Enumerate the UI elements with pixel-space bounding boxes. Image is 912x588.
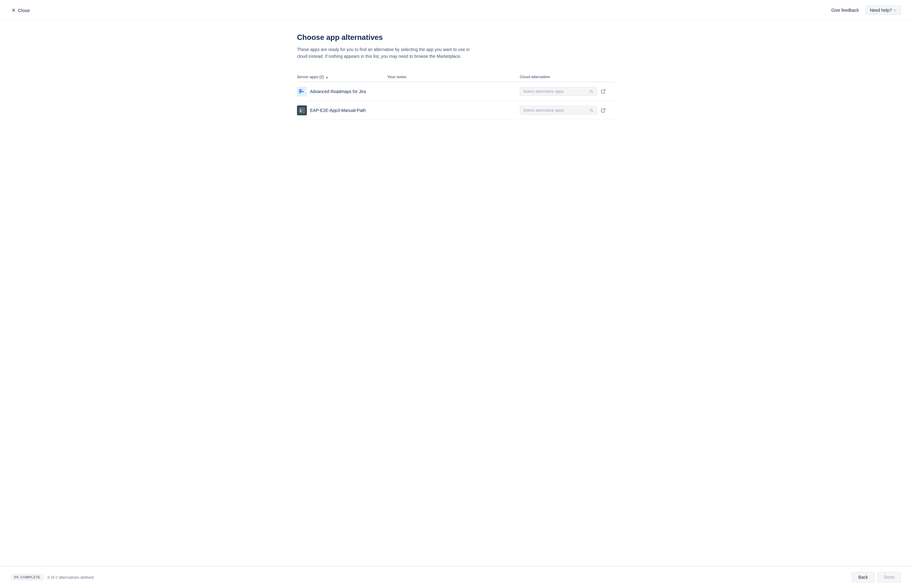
progress-badge: 0% COMPLETE — [11, 574, 43, 580]
search-icon[interactable] — [589, 108, 594, 113]
external-link-button[interactable] — [599, 107, 607, 114]
select-alternative-input[interactable]: Select alternative apps — [520, 87, 597, 96]
footer: 0% COMPLETE 0 of 2 alternatives defined … — [0, 566, 912, 588]
header-actions: Give feedback Need help? — [828, 6, 901, 15]
page-description: These apps are ready for you to find an … — [297, 46, 476, 60]
page-title: Choose app alternatives — [297, 33, 615, 42]
app-name-wrapper: Advanced Roadmaps for Jira — [297, 87, 380, 97]
eap-svg: E — [298, 106, 306, 115]
roadmaps-svg — [298, 87, 306, 96]
col-your-notes: Your notes — [384, 72, 516, 82]
svg-point-6 — [590, 90, 592, 92]
svg-line-7 — [592, 92, 593, 94]
cloud-alternative-cell: Select alternative apps — [516, 82, 615, 101]
table-row: E EAP-E2E-App3-Manual-PathSelect alterna… — [297, 101, 615, 120]
app-name-text: EAP-E2E-App3-Manual-Path — [310, 108, 366, 113]
table-row: Advanced Roadmaps for JiraSelect alterna… — [297, 82, 615, 101]
header: Close Give feedback Need help? — [0, 0, 912, 21]
app-name-text: Advanced Roadmaps for Jira — [310, 89, 366, 94]
progress-text: 0 of 2 alternatives defined — [48, 575, 94, 580]
svg-text:E: E — [300, 109, 302, 113]
footer-left: 0% COMPLETE 0 of 2 alternatives defined — [11, 574, 94, 580]
col-server-apps[interactable]: Server apps (2) ▲ — [297, 72, 384, 82]
select-alternative-input[interactable]: Select alternative apps — [520, 106, 597, 115]
select-placeholder: Select alternative apps — [523, 89, 588, 94]
apps-table: Server apps (2) ▲ Your notes Cloud alter… — [297, 72, 615, 120]
app-name-cell: E EAP-E2E-App3-Manual-Path — [297, 101, 384, 120]
sort-icon: ▲ — [326, 76, 329, 79]
svg-point-11 — [590, 109, 592, 111]
svg-rect-3 — [299, 91, 304, 92]
app-icon: E — [297, 105, 307, 115]
back-button[interactable]: Back — [852, 572, 874, 582]
svg-line-8 — [603, 90, 605, 92]
table-header: Server apps (2) ▲ Your notes Cloud alter… — [297, 72, 615, 82]
app-name-wrapper: E EAP-E2E-App3-Manual-Path — [297, 105, 380, 115]
footer-right: Back Done — [852, 572, 901, 582]
close-button[interactable]: Close — [11, 8, 30, 13]
select-alternative-wrapper: Select alternative apps — [520, 87, 611, 96]
need-help-button[interactable]: Need help? — [866, 6, 901, 15]
main-content: Choose app alternatives These apps are r… — [286, 21, 626, 588]
search-icon[interactable] — [589, 89, 594, 94]
col-cloud-alternative: Cloud alternative — [516, 72, 615, 82]
app-icon — [297, 87, 307, 97]
external-link-button[interactable] — [599, 88, 607, 95]
notes-cell — [384, 101, 516, 120]
notes-cell — [384, 82, 516, 101]
select-placeholder: Select alternative apps — [523, 108, 588, 113]
select-alternative-wrapper: Select alternative apps — [520, 106, 611, 115]
close-icon — [11, 8, 16, 13]
svg-line-13 — [603, 108, 605, 111]
cloud-alternative-cell: Select alternative apps — [516, 101, 615, 120]
app-name-cell: Advanced Roadmaps for Jira — [297, 82, 384, 101]
svg-rect-5 — [300, 89, 301, 93]
need-help-label: Need help? — [870, 8, 892, 13]
feedback-button[interactable]: Give feedback — [828, 6, 863, 15]
close-label: Close — [18, 8, 30, 13]
done-button: Done — [878, 572, 901, 582]
table-body: Advanced Roadmaps for JiraSelect alterna… — [297, 82, 615, 120]
chevron-down-icon — [893, 8, 897, 12]
svg-line-12 — [592, 111, 593, 112]
